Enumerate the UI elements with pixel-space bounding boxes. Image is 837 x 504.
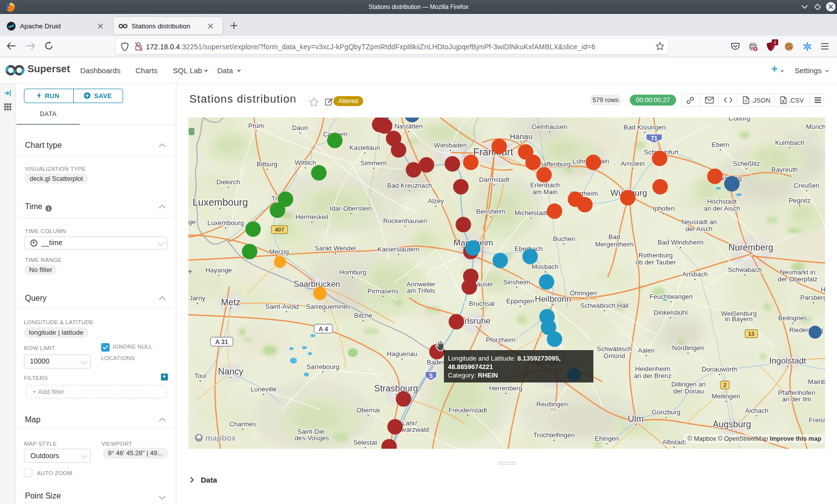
svg-text:A 31: A 31 bbox=[215, 339, 228, 346]
svg-text:Sarreguemines: Sarreguemines bbox=[306, 303, 351, 310]
svg-text:Ebern: Ebern bbox=[711, 141, 729, 148]
svg-text:Schwabach: Schwabach bbox=[728, 266, 762, 273]
svg-text:München: München bbox=[806, 123, 825, 130]
svg-text:Sélestat: Sélestat bbox=[353, 439, 377, 446]
svg-text:Donauwörth: Donauwörth bbox=[701, 366, 737, 373]
svg-text:Rothenburg: Rothenburg bbox=[639, 252, 673, 259]
svg-text:am Trifels: am Trifels bbox=[407, 287, 435, 294]
svg-text:Hermeskeil: Hermeskeil bbox=[295, 213, 328, 221]
svg-text:Eppingen: Eppingen bbox=[506, 297, 534, 305]
svg-text:Kulmbach: Kulmbach bbox=[775, 139, 805, 146]
svg-text:Rockenhausen: Rockenhausen bbox=[383, 217, 427, 225]
svg-text:Neustadt an: Neustadt an bbox=[681, 218, 716, 226]
svg-text:des-Vosges: des-Vosges bbox=[295, 434, 329, 442]
svg-text:Strasbourg: Strasbourg bbox=[374, 383, 418, 393]
svg-text:Ulm: Ulm bbox=[628, 414, 644, 424]
svg-text:ob der Tauber: ob der Tauber bbox=[635, 258, 676, 266]
svg-text:Öhringen: Öhringen bbox=[570, 289, 597, 297]
svg-text:Pirmasens: Pirmasens bbox=[368, 287, 399, 295]
svg-text:407: 407 bbox=[275, 227, 284, 233]
svg-text:Luxembourg: Luxembourg bbox=[192, 197, 248, 208]
svg-text:Pforzheim: Pforzheim bbox=[486, 336, 515, 344]
svg-text:Michelstadt: Michelstadt bbox=[515, 209, 548, 217]
svg-text:an der Brenz: an der Brenz bbox=[634, 372, 672, 379]
svg-text:mapbox: mapbox bbox=[205, 434, 236, 442]
svg-text:Reutlingen: Reutlingen bbox=[536, 400, 567, 408]
svg-text:Parsberg: Parsberg bbox=[800, 294, 825, 301]
svg-text:ne: ne bbox=[188, 267, 192, 275]
svg-text:Bruchsal: Bruchsal bbox=[469, 300, 494, 307]
svg-text:Feuchtwangen: Feuchtwangen bbox=[650, 293, 693, 300]
svg-text:Luxembourg: Luxembourg bbox=[207, 219, 244, 227]
svg-text:an der Aisch: an der Aisch bbox=[704, 205, 740, 212]
svg-text:Simmern: Simmern bbox=[361, 159, 387, 167]
svg-text:Bad Kissingen: Bad Kissingen bbox=[624, 124, 666, 131]
svg-text:Haguenau: Haguenau bbox=[387, 350, 418, 358]
svg-text:Kastellaun: Kastellaun bbox=[349, 144, 380, 151]
svg-text:Toul: Toul bbox=[194, 372, 206, 379]
svg-text:Nastätten: Nastätten bbox=[395, 123, 422, 130]
svg-text:Schwäbisch: Schwäbisch bbox=[597, 345, 632, 353]
svg-text:Bad Kreuznach: Bad Kreuznach bbox=[387, 182, 432, 189]
svg-text:Herrenberg: Herrenberg bbox=[489, 384, 523, 392]
svg-text:an der Ilm: an der Ilm bbox=[782, 395, 812, 403]
svg-text:Bayreuth: Bayreuth bbox=[772, 166, 798, 173]
svg-text:Iphofen: Iphofen bbox=[653, 205, 675, 212]
svg-text:48.8859674221: 48.8859674221 bbox=[448, 363, 493, 371]
svg-text:2: 2 bbox=[723, 382, 726, 388]
svg-text:© Mapbox © OpenStreetMap Impro: © Mapbox © OpenStreetMap Improve this ma… bbox=[688, 435, 822, 442]
svg-text:5: 5 bbox=[429, 373, 433, 379]
svg-text:Ansbach: Ansbach bbox=[682, 270, 707, 278]
svg-text:Trochtelfingen: Trochtelfingen bbox=[533, 431, 574, 439]
svg-text:Gelnhausen: Gelnhausen bbox=[532, 123, 567, 130]
svg-text:Prüm: Prüm bbox=[248, 122, 264, 129]
svg-text:ange: ange bbox=[188, 218, 196, 226]
svg-text:Freising: Freising bbox=[809, 416, 825, 424]
svg-text:Bad: Bad bbox=[608, 233, 620, 241]
svg-text:Meitingen: Meitingen bbox=[711, 392, 740, 400]
svg-text:A 4: A 4 bbox=[319, 326, 328, 333]
svg-text:Lunéville: Lunéville bbox=[251, 385, 277, 393]
svg-text:Bensheim: Bensheim bbox=[476, 208, 506, 215]
svg-text:Aichach: Aichach bbox=[745, 407, 769, 414]
svg-text:der Aisch: der Aisch bbox=[686, 225, 712, 233]
svg-text:Alzey: Alzey bbox=[428, 197, 444, 205]
svg-text:Homburg: Homburg bbox=[339, 268, 366, 276]
svg-text:Charmes: Charmes bbox=[229, 420, 256, 428]
svg-text:Sarrebourg: Sarrebourg bbox=[306, 363, 339, 371]
svg-text:Mergentheim: Mergentheim bbox=[595, 241, 634, 248]
svg-text:Bad Windsheim: Bad Windsheim bbox=[658, 239, 703, 246]
svg-text:Kaiserslautern: Kaiserslautern bbox=[378, 246, 419, 253]
svg-text:Category: RHEIN: Category: RHEIN bbox=[448, 372, 498, 379]
svg-text:Ingolstadt: Ingolstadt bbox=[769, 356, 806, 366]
svg-text:Heilbronn: Heilbronn bbox=[535, 294, 571, 304]
svg-text:Höchstadt: Höchstadt bbox=[707, 198, 737, 205]
svg-text:Nancy: Nancy bbox=[218, 367, 243, 377]
svg-text:Dillingen an: Dillingen an bbox=[672, 380, 706, 388]
svg-text:am Main: am Main bbox=[533, 188, 558, 196]
svg-text:Aalen: Aalen bbox=[638, 347, 655, 354]
svg-text:Coburg: Coburg bbox=[728, 118, 750, 122]
svg-text:Mainburg: Mainburg bbox=[808, 378, 825, 385]
svg-text:der Oberpfalz: der Oberpfalz bbox=[778, 275, 818, 283]
svg-text:Heidenheim: Heidenheim bbox=[635, 365, 670, 373]
svg-text:Bitche: Bitche bbox=[354, 312, 373, 319]
svg-text:Ehingen: Ehingen bbox=[595, 435, 619, 442]
svg-text:Daun: Daun bbox=[292, 124, 308, 131]
svg-text:Buchen: Buchen bbox=[553, 235, 575, 243]
svg-text:Sankt Wendel: Sankt Wendel bbox=[315, 245, 356, 252]
svg-text:Saarbrücken: Saarbrücken bbox=[293, 279, 340, 288]
svg-text:Merzig: Merzig bbox=[269, 248, 289, 255]
svg-text:Schwäbisch Hall: Schwäbisch Hall bbox=[580, 302, 629, 309]
svg-text:13: 13 bbox=[748, 331, 755, 337]
svg-text:Longitude and Latitude: 8.1359: Longitude and Latitude: 8.1359273095, bbox=[448, 355, 560, 362]
svg-text:der Donau: der Donau bbox=[673, 387, 704, 395]
svg-text:Obernai: Obernai bbox=[357, 406, 380, 414]
svg-text:in Bayern: in Bayern bbox=[725, 315, 753, 323]
svg-text:Gmünd: Gmünd bbox=[603, 352, 625, 360]
svg-text:Nuremberg: Nuremberg bbox=[728, 243, 773, 252]
svg-text:Bitburg: Bitburg bbox=[257, 160, 278, 168]
svg-text:Albstadt: Albstadt bbox=[662, 438, 686, 446]
svg-text:Scheßlitz: Scheßlitz bbox=[733, 160, 760, 167]
svg-text:Arnstein: Arnstein bbox=[621, 160, 645, 167]
